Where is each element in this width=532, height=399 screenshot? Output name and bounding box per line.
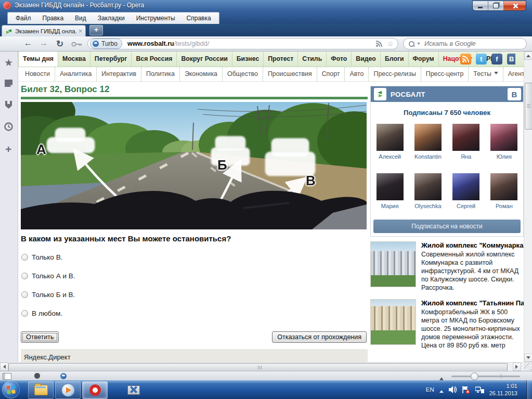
close-button[interactable] bbox=[504, 1, 526, 10]
follower-name[interactable]: Роман bbox=[496, 203, 513, 209]
follower-name[interactable]: Konstantin bbox=[414, 153, 442, 160]
vk-icon[interactable]: В bbox=[507, 54, 515, 65]
follower-name[interactable]: Яна bbox=[461, 153, 471, 160]
taskbar-media-player-button[interactable] bbox=[55, 381, 81, 399]
menu-item-3[interactable]: Закладки bbox=[92, 13, 131, 23]
follower-avatar[interactable] bbox=[414, 173, 442, 200]
turbo-button[interactable]: Turbo bbox=[90, 38, 122, 49]
secondary-nav-item-6[interactable]: Происшествия bbox=[263, 67, 317, 81]
radio-button-3[interactable] bbox=[21, 310, 28, 317]
follower-avatar[interactable] bbox=[490, 173, 517, 200]
tray-clock[interactable]: 1:01 26.11.2013 bbox=[489, 382, 517, 397]
new-tab-button[interactable]: + bbox=[89, 25, 103, 35]
secondary-nav-item-1[interactable]: Аналитика bbox=[55, 67, 96, 81]
panel-toggle-icon[interactable] bbox=[3, 373, 11, 380]
taskbar-opera-button[interactable] bbox=[82, 381, 108, 399]
search-bar[interactable] bbox=[403, 38, 527, 49]
search-input[interactable] bbox=[423, 40, 521, 48]
ad-title[interactable]: Жилой комплекс "Татьянин Парк" bbox=[421, 299, 524, 307]
primary-nav-item-11[interactable]: Форум bbox=[409, 52, 439, 67]
secondary-nav-item-0[interactable]: Новости bbox=[20, 67, 55, 81]
rss-social-icon[interactable] bbox=[460, 54, 471, 65]
fit-width-icon[interactable] bbox=[439, 375, 444, 380]
action-center-flag-icon[interactable] bbox=[462, 386, 470, 394]
vertical-scrollbar[interactable] bbox=[524, 52, 532, 362]
answer-option-3[interactable]: В любом. bbox=[21, 310, 368, 328]
reload-button[interactable]: ↻ bbox=[56, 38, 63, 49]
language-indicator[interactable]: EN bbox=[426, 387, 434, 393]
vertical-scroll-thumb[interactable] bbox=[525, 83, 532, 130]
restore-button[interactable] bbox=[488, 1, 504, 10]
follower-name[interactable]: Olysechka bbox=[414, 203, 441, 209]
menu-item-2[interactable]: Вид bbox=[69, 13, 92, 23]
follower-avatar[interactable] bbox=[414, 124, 442, 151]
follower-name[interactable]: Сергей bbox=[457, 203, 475, 209]
address-bar[interactable]: Turbo www.rosbalt.ru/tests/gibdd/ ☆ bbox=[87, 38, 398, 49]
decline-button[interactable]: Отказаться от прохождения bbox=[272, 331, 367, 343]
start-button[interactable] bbox=[2, 381, 20, 398]
ad-item-1[interactable]: Жилой комплекс "Татьянин Парк"Комфортабе… bbox=[370, 299, 524, 350]
yandex-direct-label[interactable]: Яндекс.Директ bbox=[24, 353, 71, 361]
scroll-down-button[interactable] bbox=[524, 354, 532, 362]
resize-grip[interactable] bbox=[524, 363, 532, 371]
primary-nav-item-9[interactable]: Видео bbox=[352, 52, 381, 67]
radio-button-1[interactable] bbox=[21, 273, 28, 279]
secondary-nav-item-3[interactable]: Политика bbox=[141, 67, 179, 81]
primary-nav-item-3[interactable]: Вся Россия bbox=[132, 52, 177, 67]
network-icon[interactable] bbox=[475, 386, 484, 393]
primary-nav-item-8[interactable]: Фото bbox=[327, 52, 352, 67]
answer-option-0[interactable]: Только В. bbox=[21, 253, 368, 272]
ad-item-0[interactable]: Жилой комплекс "Коммунарка"Современный ж… bbox=[370, 241, 524, 292]
follower-avatar[interactable] bbox=[452, 173, 479, 200]
follower-avatar[interactable] bbox=[377, 173, 404, 200]
primary-nav-item-4[interactable]: Вокруг России bbox=[177, 52, 232, 67]
show-desktop-button[interactable] bbox=[526, 380, 532, 399]
follower-avatar[interactable] bbox=[377, 124, 404, 151]
primary-nav-item-5[interactable]: Бизнес bbox=[232, 52, 264, 67]
follower-avatar[interactable] bbox=[452, 124, 479, 151]
downloads-panel-icon[interactable] bbox=[4, 100, 13, 109]
primary-nav-item-6[interactable]: Протест bbox=[264, 52, 298, 67]
facebook-icon[interactable]: f bbox=[491, 54, 502, 65]
radio-button-0[interactable] bbox=[21, 254, 28, 261]
menu-item-4[interactable]: Инструменты bbox=[131, 13, 181, 23]
follower-name[interactable]: Алексей bbox=[379, 153, 401, 160]
secondary-nav-item-12[interactable]: Агентство bbox=[503, 67, 524, 81]
answer-option-1[interactable]: Только А и В. bbox=[21, 272, 368, 291]
secondary-nav-item-10[interactable]: Пресс-центр bbox=[421, 67, 468, 81]
taskbar-xapp-button[interactable] bbox=[121, 381, 146, 399]
primary-nav-item-10[interactable]: Блоги bbox=[381, 52, 409, 67]
menu-item-5[interactable]: Справка bbox=[181, 13, 217, 23]
volume-icon[interactable] bbox=[449, 386, 457, 393]
zoom-slider-track[interactable] bbox=[451, 376, 520, 377]
url-text[interactable]: www.rosbalt.ru/tests/gibdd/ bbox=[127, 40, 376, 47]
back-button[interactable]: ← bbox=[24, 38, 32, 48]
secondary-nav-item-5[interactable]: Общество bbox=[222, 67, 263, 81]
scroll-right-button[interactable] bbox=[513, 363, 521, 371]
primary-nav-item-1[interactable]: Москва bbox=[58, 52, 90, 67]
rss-feed-icon[interactable] bbox=[375, 40, 383, 47]
primary-nav-item-7[interactable]: Стиль bbox=[298, 52, 327, 67]
answer-button[interactable]: Ответить bbox=[21, 331, 59, 343]
bookmarks-panel-icon[interactable]: ★ bbox=[4, 57, 13, 69]
browser-tab[interactable]: Экзамен ГИБДД онла... × bbox=[2, 25, 86, 36]
follower-avatar[interactable] bbox=[490, 124, 517, 151]
history-panel-icon[interactable] bbox=[4, 122, 13, 131]
minimize-button[interactable] bbox=[473, 1, 488, 10]
horizontal-scrollbar[interactable] bbox=[0, 362, 532, 371]
primary-nav-item-2[interactable]: Петербург bbox=[90, 52, 132, 67]
tab-close-icon[interactable]: × bbox=[79, 28, 82, 35]
menu-item-0[interactable]: Файл bbox=[10, 13, 37, 23]
zoom-slider-knob[interactable] bbox=[471, 372, 478, 380]
horizontal-scroll-thumb[interactable] bbox=[8, 363, 508, 371]
secondary-nav-item-11[interactable]: Тесты bbox=[468, 67, 503, 81]
secondary-nav-item-2[interactable]: Интерактив bbox=[96, 67, 141, 81]
subscribe-button[interactable]: Подписаться на новости bbox=[373, 220, 521, 233]
turbo-status-icon[interactable] bbox=[60, 373, 67, 379]
key-wand-icon[interactable] bbox=[71, 42, 83, 47]
answer-option-2[interactable]: Только Б и В. bbox=[21, 291, 368, 310]
forward-button[interactable]: → bbox=[40, 38, 48, 48]
notes-panel-icon[interactable] bbox=[4, 79, 13, 87]
vk-logo-icon[interactable]: В bbox=[508, 88, 521, 100]
secondary-nav-item-4[interactable]: Экономика bbox=[179, 67, 222, 81]
